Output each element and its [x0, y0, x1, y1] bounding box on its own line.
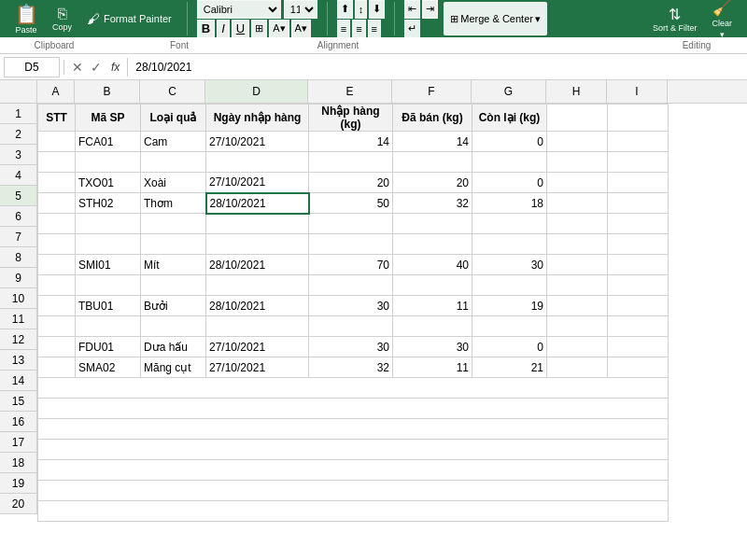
cell-D10[interactable]: 28/10/2021	[206, 296, 309, 316]
cell-D5[interactable]: 28/10/2021	[206, 193, 309, 214]
cell-C5[interactable]: Thơm	[141, 193, 206, 214]
cell-B13[interactable]: SMA02	[76, 357, 141, 378]
cell-I11[interactable]	[608, 316, 669, 337]
cell-C7[interactable]	[141, 234, 206, 255]
cell-I10[interactable]	[608, 296, 669, 316]
cancel-icon[interactable]: ✕	[70, 60, 85, 75]
cell-A7[interactable]	[38, 234, 76, 255]
cell-D7[interactable]	[206, 234, 309, 255]
cell-C2[interactable]: Cam	[141, 132, 206, 152]
cell-E1[interactable]: Nhập hàng (kg)	[309, 105, 393, 132]
bold-button[interactable]: B	[197, 20, 215, 38]
row-header-20[interactable]: 20	[0, 494, 37, 514]
cell-E7[interactable]	[309, 234, 393, 255]
cell-A9[interactable]	[38, 275, 76, 296]
cell-H3[interactable]	[547, 152, 608, 173]
align-right-button[interactable]: ≡	[368, 20, 381, 38]
cell-I2[interactable]	[608, 132, 669, 152]
cell-G3[interactable]	[472, 152, 547, 173]
row-header-9[interactable]: 9	[0, 268, 37, 288]
cell-D2[interactable]: 27/10/2021	[206, 132, 309, 152]
cell-H9[interactable]	[547, 275, 608, 296]
cell-C1[interactable]: Loại quả	[141, 105, 206, 132]
cell-D8[interactable]: 28/10/2021	[206, 255, 309, 275]
row-header-8[interactable]: 8	[0, 247, 37, 268]
indent-left-button[interactable]: ⇤	[404, 0, 420, 19]
wrap-text-button[interactable]: ↵	[404, 20, 420, 38]
sort-filter-button[interactable]: ⇅ Sort & Filter	[649, 4, 701, 35]
cell-H6[interactable]	[547, 214, 608, 234]
row-header-4[interactable]: 4	[0, 165, 37, 186]
cell-B7[interactable]	[76, 234, 141, 255]
cell-G13[interactable]: 21	[472, 357, 547, 378]
cell-H13[interactable]	[547, 357, 608, 378]
format-painter-button[interactable]: 🖌 Format Painter	[81, 8, 177, 29]
cell-F6[interactable]	[393, 214, 472, 234]
cell-G8[interactable]: 30	[472, 255, 547, 275]
cell-C6[interactable]	[141, 214, 206, 234]
row-header-16[interactable]: 16	[0, 412, 37, 432]
cell-H4[interactable]	[547, 173, 608, 193]
cell-C12[interactable]: Dưa hấu	[141, 337, 206, 357]
cell-H12[interactable]	[547, 337, 608, 357]
cell-B12[interactable]: FDU01	[76, 337, 141, 357]
cell-E9[interactable]	[309, 275, 393, 296]
cell-ref-input[interactable]	[4, 57, 60, 77]
cell-G1[interactable]: Còn lại (kg)	[472, 105, 547, 132]
cell-B2[interactable]: FCA01	[76, 132, 141, 152]
cell-H1[interactable]	[547, 105, 608, 132]
formula-input[interactable]	[132, 59, 743, 76]
cell-F2[interactable]: 14	[393, 132, 472, 152]
cell-E13[interactable]: 32	[309, 357, 393, 378]
cell-D9[interactable]	[206, 275, 309, 296]
cell-F10[interactable]: 11	[393, 296, 472, 316]
cell-F5[interactable]: 32	[393, 193, 472, 214]
col-header-B[interactable]: B	[75, 80, 140, 103]
font-color-button[interactable]: A▾	[291, 20, 311, 38]
cell-G11[interactable]	[472, 316, 547, 337]
cell-H5[interactable]	[547, 193, 608, 214]
cell-I4[interactable]	[608, 173, 669, 193]
row-header-3[interactable]: 3	[0, 145, 37, 165]
cell-H7[interactable]	[547, 234, 608, 255]
cell-A13[interactable]	[38, 357, 76, 378]
cell-I5[interactable]	[608, 193, 669, 214]
cell-I7[interactable]	[608, 234, 669, 255]
row-header-18[interactable]: 18	[0, 453, 37, 473]
cell-H2[interactable]	[547, 132, 608, 152]
cell-G6[interactable]	[472, 214, 547, 234]
indent-right-button[interactable]: ⇥	[422, 0, 438, 19]
cell-A10[interactable]	[38, 296, 76, 316]
row-header-10[interactable]: 10	[0, 288, 37, 309]
cell-A11[interactable]	[38, 316, 76, 337]
cell-F13[interactable]: 11	[393, 357, 472, 378]
cell-F8[interactable]: 40	[393, 255, 472, 275]
cell-E5[interactable]: 50	[309, 193, 393, 214]
cell-E6[interactable]	[309, 214, 393, 234]
cell-B6[interactable]	[76, 214, 141, 234]
copy-button[interactable]: ⎘ Copy	[49, 4, 76, 34]
cell-B8[interactable]: SMI01	[76, 255, 141, 275]
cell-E4[interactable]: 20	[309, 173, 393, 193]
cell-C8[interactable]: Mít	[141, 255, 206, 275]
cell-A6[interactable]	[38, 214, 76, 234]
align-middle-button[interactable]: ↕	[355, 0, 368, 19]
cell-B5[interactable]: STH02	[76, 193, 141, 214]
row-header-13[interactable]: 13	[0, 350, 37, 371]
col-header-F[interactable]: F	[392, 80, 472, 103]
cell-I6[interactable]	[608, 214, 669, 234]
row-header-15[interactable]: 15	[0, 391, 37, 412]
cell-F3[interactable]	[393, 152, 472, 173]
cell-I9[interactable]	[608, 275, 669, 296]
row-header-7[interactable]: 7	[0, 227, 37, 247]
cell-G12[interactable]: 0	[472, 337, 547, 357]
row-header-1[interactable]: 1	[0, 104, 37, 124]
font-name-select[interactable]: Calibri	[197, 0, 281, 19]
cell-D3[interactable]	[206, 152, 309, 173]
cell-F4[interactable]: 20	[393, 173, 472, 193]
cell-D1[interactable]: Ngày nhập hàng	[206, 105, 309, 132]
cell-D13[interactable]: 27/10/2021	[206, 357, 309, 378]
clear-button[interactable]: 🧹 Clear ▾	[706, 0, 738, 42]
col-header-C[interactable]: C	[140, 80, 205, 103]
cell-E3[interactable]	[309, 152, 393, 173]
